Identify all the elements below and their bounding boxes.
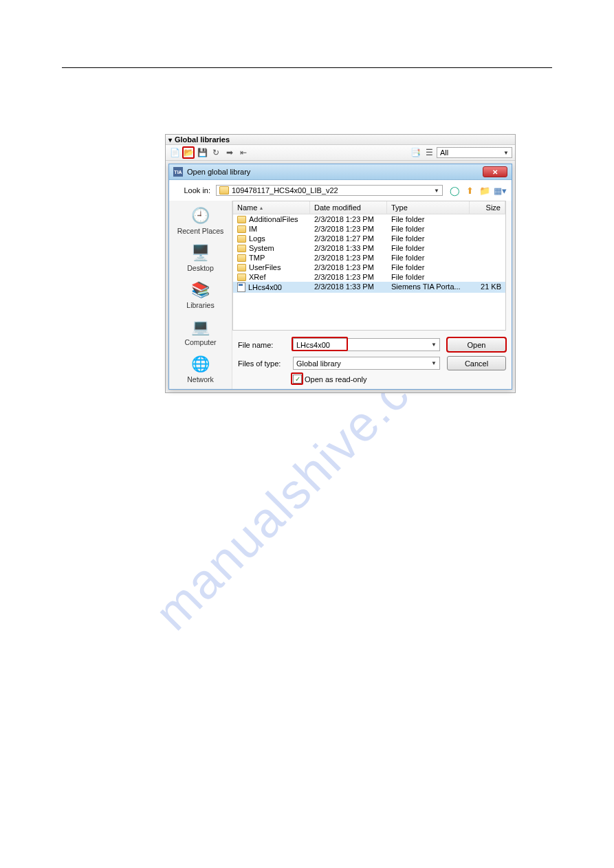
file-row[interactable]: XRef2/3/2018 1:23 PMFile folder: [233, 272, 505, 282]
readonly-label: Open as read-only: [305, 375, 367, 383]
places-bar: 🕘 Recent Places 🖥️ Desktop 📚 Libraries 💻…: [169, 201, 232, 389]
dialog-body: 🕘 Recent Places 🖥️ Desktop 📚 Libraries 💻…: [169, 201, 512, 389]
new-library-icon[interactable]: 📄: [168, 146, 181, 159]
dropdown-arrow-icon: ▼: [503, 150, 509, 156]
close-button[interactable]: ✕: [483, 166, 507, 177]
file-name: AdditionalFiles: [249, 215, 298, 223]
file-size: [470, 243, 505, 253]
open-library-icon[interactable]: 📂: [182, 146, 195, 159]
panel-toolbar: 📄 📂 💾 ↻ ➡ ⇤ 📑 ☰ All ▼: [166, 145, 515, 161]
file-name-value: LHcs4x00: [296, 341, 330, 349]
file-row[interactable]: TMP2/3/2018 1:23 PMFile folder: [233, 253, 505, 263]
place-label: Libraries: [186, 301, 214, 309]
file-name: LHcs4x00: [248, 283, 282, 291]
new-folder-icon[interactable]: 📁: [479, 184, 491, 197]
file-date: 2/3/2018 1:27 PM: [310, 234, 387, 243]
export-icon[interactable]: ➡: [223, 146, 236, 159]
file-size: [470, 234, 505, 243]
file-row[interactable]: LHcs4x002/3/2018 1:33 PMSiemens TIA Port…: [233, 282, 505, 293]
file-name-input[interactable]: LHcs4x00 ▼: [293, 338, 440, 351]
file-row[interactable]: AdditionalFiles2/3/2018 1:23 PMFile fold…: [233, 214, 505, 224]
file-row[interactable]: UserFiles2/3/2018 1:23 PMFile folder: [233, 263, 505, 272]
desktop-icon: 🖥️: [190, 243, 212, 263]
file-name: System: [249, 244, 274, 252]
save-library-icon[interactable]: 💾: [196, 146, 208, 159]
place-label: Recent Places: [177, 227, 224, 235]
folder-icon: [237, 274, 246, 281]
readonly-row: ✓ Open as read-only: [293, 375, 440, 383]
col-type[interactable]: Type: [387, 201, 470, 214]
open-button[interactable]: Open: [447, 337, 506, 352]
files-of-type-dropdown[interactable]: Global library ▼: [293, 357, 440, 370]
col-name[interactable]: Name ▴: [233, 201, 310, 214]
file-type: File folder: [387, 234, 470, 243]
file-type: File folder: [387, 272, 470, 282]
up-folder-icon[interactable]: ⬆: [463, 184, 476, 197]
file-date: 2/3/2018 1:23 PM: [310, 272, 387, 282]
open-dialog: TIA Open global library ✕ Look in: 10947…: [168, 164, 512, 390]
file-date: 2/3/2018 1:33 PM: [310, 282, 387, 293]
file-size: [470, 214, 505, 224]
readonly-checkbox[interactable]: ✓: [293, 375, 302, 383]
place-libraries[interactable]: 📚 Libraries: [171, 279, 230, 311]
list-view-icon[interactable]: ☰: [423, 146, 435, 159]
file-row[interactable]: Logs2/3/2018 1:27 PMFile folder: [233, 234, 505, 243]
file-area: Name ▴ Date modified Type Size Additiona…: [232, 201, 512, 389]
dropdown-arrow-icon: ▼: [431, 342, 437, 348]
filter-value: All: [440, 148, 448, 157]
folder-icon: [237, 264, 246, 271]
dialog-bottom: File name: LHcs4x00 ▼ Open Files of type…: [232, 335, 512, 389]
col-size[interactable]: Size: [470, 201, 505, 214]
place-network[interactable]: 🌐 Network: [171, 353, 230, 385]
back-icon[interactable]: ◯: [448, 184, 461, 197]
place-label: Computer: [184, 338, 216, 346]
chevron-down-icon[interactable]: ▾: [168, 136, 172, 144]
file-date: 2/3/2018 1:23 PM: [310, 214, 387, 224]
lookin-label: Look in:: [175, 186, 210, 194]
lookin-row: Look in: 109478117_HCS4x00_LIB_v22 ▼ ◯ ⬆…: [169, 180, 512, 201]
file-list-header: Name ▴ Date modified Type Size: [233, 201, 505, 214]
file-row[interactable]: IM2/3/2018 1:23 PMFile folder: [233, 224, 505, 234]
cancel-button[interactable]: Cancel: [447, 356, 506, 370]
import-icon[interactable]: ⇤: [237, 146, 250, 159]
file-name: XRef: [249, 273, 265, 281]
view-menu-icon[interactable]: ▦▾: [494, 184, 506, 197]
file-name: IM: [249, 225, 257, 233]
col-date[interactable]: Date modified: [310, 201, 387, 214]
file-name-label: File name:: [238, 341, 286, 349]
file-size: [470, 272, 505, 282]
refresh-icon[interactable]: ↻: [210, 146, 222, 159]
place-label: Network: [187, 375, 214, 383]
page-rule: [62, 67, 552, 68]
file-row[interactable]: System2/3/2018 1:33 PMFile folder: [233, 243, 505, 253]
folder-icon: [237, 245, 246, 252]
dialog-title: Open global library: [187, 168, 250, 176]
folder-icon: [237, 235, 246, 243]
filter-dropdown[interactable]: All ▼: [437, 147, 512, 158]
dialog-titlebar: TIA Open global library ✕: [169, 164, 512, 180]
dropdown-arrow-icon: ▼: [431, 360, 437, 366]
global-libraries-panel: ▾ Global libraries 📄 📂 💾 ↻ ➡ ⇤ 📑 ☰ All ▼…: [165, 134, 516, 393]
file-name: Logs: [249, 234, 265, 243]
dropdown-arrow-icon: ▼: [434, 188, 439, 194]
file-type: File folder: [387, 243, 470, 253]
lookin-dropdown[interactable]: 109478117_HCS4x00_LIB_v22 ▼: [216, 185, 443, 196]
file-date: 2/3/2018 1:23 PM: [310, 253, 387, 263]
file-size: [470, 263, 505, 272]
file-size: [470, 224, 505, 234]
options-icon[interactable]: 📑: [409, 146, 421, 159]
place-recent[interactable]: 🕘 Recent Places: [171, 205, 230, 236]
network-icon: 🌐: [190, 355, 212, 374]
folder-icon: [219, 186, 229, 194]
sort-asc-icon: ▴: [260, 205, 263, 211]
place-computer[interactable]: 💻 Computer: [171, 316, 230, 348]
panel-title: Global libraries: [175, 135, 230, 144]
file-list[interactable]: Name ▴ Date modified Type Size Additiona…: [232, 201, 506, 331]
files-of-type-value: Global library: [296, 359, 341, 368]
file-date: 2/3/2018 1:23 PM: [310, 263, 387, 272]
folder-icon: [237, 254, 246, 262]
file-type: File folder: [387, 253, 470, 263]
folder-icon: [237, 216, 246, 223]
place-desktop[interactable]: 🖥️ Desktop: [171, 242, 230, 274]
file-type: File folder: [387, 214, 470, 224]
